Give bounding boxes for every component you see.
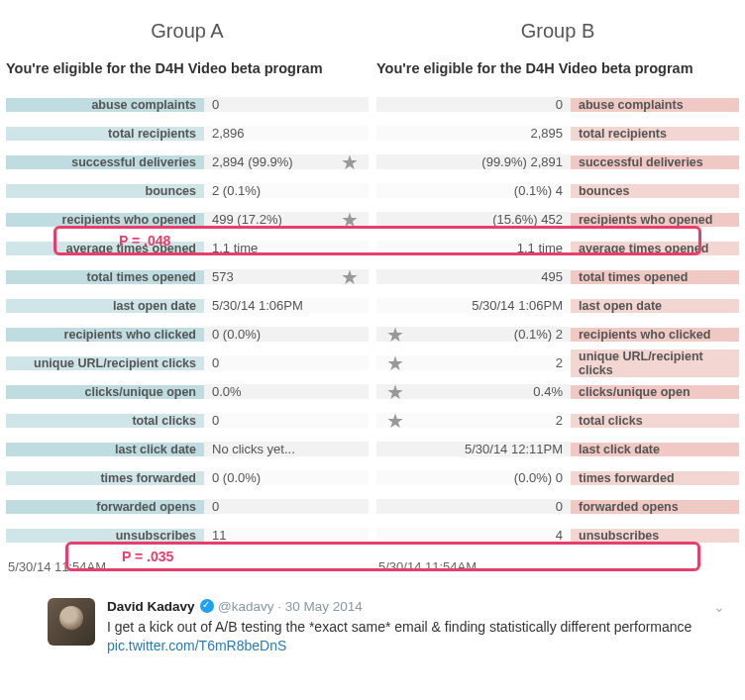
- stat-row: 2★total clicks: [376, 406, 739, 435]
- embedded-tweet[interactable]: David Kadavy @kadavy · 30 May 2014 I get…: [6, 584, 739, 673]
- stat-row: (0.1%) 2★recipients who clicked: [376, 320, 739, 349]
- stat-row: 495total times opened: [376, 262, 739, 291]
- stat-value: 2★: [376, 413, 571, 428]
- stat-label: total recipients: [571, 127, 739, 141]
- stat-label: recipients who opened: [571, 213, 739, 227]
- comparison-groups: Group A You're eligible for the D4H Vide…: [6, 10, 739, 584]
- stat-label: times forwarded: [6, 471, 204, 485]
- star-icon: ★: [386, 351, 404, 375]
- stat-row: 2,895total recipients: [376, 119, 739, 148]
- group-b-column: Group B You're eligible for the D4H Vide…: [376, 10, 739, 584]
- stat-value: 5/30/14 12:11PM: [376, 442, 571, 456]
- stat-label: successful deliveries: [571, 155, 739, 169]
- stat-label: unique URL/recipient clicks: [6, 356, 204, 370]
- stat-label: recipients who opened: [6, 213, 204, 227]
- stat-label: unique URL/recipient clicks: [571, 350, 739, 377]
- stat-value: (0.1%) 4: [376, 183, 571, 198]
- stat-row: unique URL/recipient clicks0: [6, 349, 369, 377]
- stat-value: (99.9%) 2,891: [376, 154, 571, 169]
- stat-value: 0: [204, 413, 369, 428]
- stat-value: 573★: [204, 269, 369, 284]
- stat-value: 0: [376, 97, 571, 112]
- stat-label: bounces: [571, 184, 739, 198]
- stat-value: 0 (0.0%): [204, 470, 369, 485]
- star-icon: ★: [386, 380, 404, 404]
- stat-value: (15.6%) 452: [376, 212, 571, 227]
- stat-label: total clicks: [6, 414, 204, 428]
- stat-value: 4: [376, 528, 571, 543]
- stat-row: times forwarded0 (0.0%): [6, 463, 369, 492]
- p-value-unsubscribes: P = .035: [122, 549, 173, 564]
- stat-row: bounces2 (0.1%): [6, 176, 369, 205]
- tweet-handle[interactable]: @kadavy · 30 May 2014: [218, 599, 363, 614]
- stat-value: 5/30/14 1:06PM: [204, 298, 369, 313]
- star-icon: ★: [341, 150, 359, 174]
- group-b-title: Group B: [376, 10, 739, 60]
- stat-row: recipients who clicked0 (0.0%): [6, 320, 369, 349]
- star-icon: ★: [386, 409, 404, 433]
- group-b-subject: You're eligible for the D4H Video beta p…: [376, 60, 739, 90]
- group-a-title: Group A: [6, 10, 369, 60]
- stat-label: recipients who clicked: [571, 328, 739, 342]
- stat-value: 2 (0.1%): [204, 183, 369, 198]
- stat-label: average times opened: [571, 242, 739, 255]
- stat-label: clicks/unique open: [6, 385, 204, 399]
- stat-value: (0.1%) 2★: [376, 327, 571, 342]
- stat-value: 5/30/14 1:06PM: [376, 298, 571, 313]
- stat-label: last click date: [6, 443, 204, 456]
- group-b-timestamp: 5/30/14 11:54AM: [376, 550, 739, 584]
- stat-label: forwarded opens: [6, 500, 204, 514]
- stat-row: (0.0%) 0times forwarded: [376, 463, 739, 492]
- stat-label: bounces: [6, 184, 204, 198]
- stat-row: 5/30/14 12:11PMlast click date: [376, 435, 739, 463]
- star-icon: ★: [341, 208, 359, 232]
- stat-label: forwarded opens: [571, 500, 739, 514]
- stat-label: total times opened: [571, 270, 739, 284]
- stat-row: recipients who opened499 (17.2%)★: [6, 205, 369, 234]
- stat-label: abuse complaints: [6, 98, 204, 112]
- group-a-column: Group A You're eligible for the D4H Vide…: [6, 10, 369, 584]
- avatar[interactable]: [48, 598, 95, 646]
- stat-label: last click date: [571, 443, 739, 456]
- stat-label: last open date: [6, 299, 204, 313]
- stat-value: 11: [204, 528, 369, 543]
- stat-label: clicks/unique open: [571, 385, 739, 399]
- stat-label: total clicks: [571, 414, 739, 428]
- stat-row: abuse complaints0: [6, 90, 369, 119]
- stat-value: (0.0%) 0: [376, 470, 571, 485]
- stat-label: average times opened: [6, 242, 204, 255]
- stat-value: 495: [376, 269, 571, 284]
- tweet-text: I get a kick out of A/B testing the *exa…: [107, 618, 727, 655]
- stat-row: last open date5/30/14 1:06PM: [6, 291, 369, 320]
- tweet-link[interactable]: pic.twitter.com/T6mR8beDnS: [107, 638, 286, 653]
- stat-row: total times opened573★: [6, 262, 369, 291]
- stat-row: clicks/unique open0.0%: [6, 377, 369, 406]
- stat-label: successful deliveries: [6, 155, 204, 169]
- stat-value: 1.1 time: [204, 241, 369, 255]
- stat-label: unsubscribes: [6, 529, 204, 543]
- stat-value: 0.4%★: [376, 384, 571, 399]
- stat-row: (15.6%) 452recipients who opened: [376, 205, 739, 234]
- stat-row: total recipients2,896: [6, 119, 369, 148]
- stat-value: 1.1 time: [376, 241, 571, 255]
- group-a-subject: You're eligible for the D4H Video beta p…: [6, 60, 369, 90]
- tweet-author-name[interactable]: David Kadavy: [107, 599, 195, 614]
- stat-value: 0: [204, 355, 369, 370]
- chevron-down-icon[interactable]: ⌄: [713, 598, 725, 617]
- stat-row: 4unsubscribes: [376, 521, 739, 550]
- stat-label: abuse complaints: [571, 98, 739, 112]
- tweet-header: David Kadavy @kadavy · 30 May 2014: [107, 598, 727, 616]
- stat-row: 0forwarded opens: [376, 492, 739, 521]
- stat-row: (0.1%) 4bounces: [376, 176, 739, 205]
- stat-value: 0 (0.0%): [204, 327, 369, 342]
- stat-label: unsubscribes: [571, 529, 739, 543]
- stat-row: last click dateNo clicks yet...: [6, 435, 369, 463]
- stat-value: 2,895: [376, 126, 571, 141]
- stat-label: recipients who clicked: [6, 328, 204, 342]
- stat-label: total recipients: [6, 127, 204, 141]
- stat-value: 0: [204, 499, 369, 514]
- stat-row: unsubscribes11: [6, 521, 369, 550]
- stat-row: 0.4%★clicks/unique open: [376, 377, 739, 406]
- stat-row: forwarded opens0: [6, 492, 369, 521]
- stat-label: last open date: [571, 299, 739, 313]
